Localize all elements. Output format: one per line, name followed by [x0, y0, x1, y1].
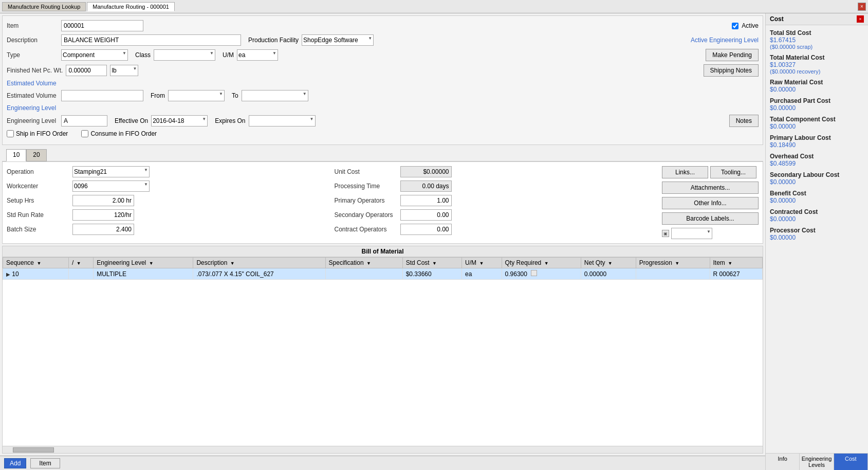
class-select[interactable] — [154, 49, 215, 61]
to-label: To — [232, 92, 238, 99]
cost-item: Purchased Part Cost $0.00000 — [770, 97, 864, 112]
secondary-operators-row: Secondary Operators — [335, 209, 654, 221]
active-checkbox[interactable] — [732, 23, 738, 29]
contract-operators-input[interactable] — [400, 224, 452, 235]
extra-controls-row: ▣ — [662, 228, 759, 239]
setup-hrs-row: Setup Hrs — [7, 195, 326, 206]
cost-item-value: $0.00000 — [770, 86, 864, 93]
estimated-volume-input[interactable] — [61, 90, 143, 101]
from-select[interactable] — [168, 90, 225, 101]
item-button[interactable]: Item — [30, 458, 60, 468]
cost-item: Benefit Cost $0.00000 — [770, 190, 864, 204]
app-title-tab[interactable]: Manufacture Routing Lookup — [2, 2, 86, 11]
description-input[interactable] — [61, 34, 241, 46]
processing-time-label: Processing Time — [335, 183, 396, 190]
cost-tab-engineering-levels[interactable]: Engineering Levels — [800, 454, 834, 470]
col-item[interactable]: Item ▼ — [710, 258, 762, 268]
batch-size-input[interactable] — [72, 224, 134, 235]
cell-qty-required: 0.96300 — [502, 268, 581, 280]
secondary-operators-input[interactable] — [400, 209, 452, 221]
active-engineering-link[interactable]: Active Engineering Level — [691, 37, 759, 44]
cost-close-button[interactable]: × — [857, 15, 864, 23]
cost-item-label: Total Std Cost — [770, 29, 864, 37]
add-button[interactable]: Add — [4, 458, 26, 468]
std-run-rate-row: Std Run Rate — [7, 209, 326, 221]
col-net-qty[interactable]: Net Qty ▼ — [581, 258, 636, 268]
cost-tab-info[interactable]: Info — [766, 454, 800, 470]
type-wrapper: Component — [61, 49, 128, 61]
horiz-scroll-thumb[interactable] — [13, 447, 54, 453]
batch-size-label: Batch Size — [7, 226, 68, 233]
cost-item-sub: ($0.00000 recovery) — [770, 68, 864, 75]
make-pending-button[interactable]: Make Pending — [706, 49, 759, 61]
workcenter-select[interactable]: 0096 — [72, 180, 150, 192]
window-close-button[interactable]: × — [858, 3, 866, 11]
links-tooling-row: Links... Tooling... — [662, 166, 759, 178]
sort-progression: ▼ — [675, 261, 679, 266]
col-description[interactable]: Description ▼ — [193, 258, 325, 268]
description-label: Description — [7, 37, 58, 44]
col-sequence[interactable]: Sequence ▼ — [3, 258, 69, 268]
tab-10[interactable]: 10 — [6, 149, 26, 161]
cell-std-cost: $0.33660 — [402, 268, 461, 280]
engineering-level-input[interactable] — [61, 115, 107, 126]
col-progression[interactable]: Progression ▼ — [636, 258, 710, 268]
sort-net-qty: ▼ — [608, 261, 613, 266]
cost-item: Total Material Cost $1.00327 ($0.00000 r… — [770, 54, 864, 75]
col-slash[interactable]: / ▼ — [69, 258, 94, 268]
ops-mid-col: Unit Cost Processing Time Primary Operat… — [335, 166, 654, 239]
std-run-rate-input[interactable] — [72, 209, 134, 221]
setup-hrs-label: Setup Hrs — [7, 197, 68, 204]
cost-item-label: Contracted Cost — [770, 208, 864, 215]
production-facility-select[interactable]: ShopEdge Software — [302, 34, 374, 46]
attachments-button[interactable]: Attachments... — [662, 182, 759, 194]
barcode-labels-button[interactable]: Barcode Labels... — [662, 212, 759, 225]
tooling-button[interactable]: Tooling... — [710, 166, 756, 178]
cost-item-label: Overhead Cost — [770, 153, 864, 160]
ship-fifo-checkbox[interactable] — [7, 130, 14, 137]
col-eng-level[interactable]: Engineering Level ▼ — [94, 258, 193, 268]
notes-button[interactable]: Notes — [729, 115, 759, 127]
shipping-notes-button[interactable]: Shipping Notes — [704, 64, 759, 77]
operation-select[interactable]: Stamping21 — [72, 166, 150, 177]
setup-hrs-input[interactable] — [72, 195, 134, 206]
operation-wrapper: Stamping21 — [72, 166, 150, 177]
links-button[interactable]: Links... — [662, 166, 708, 178]
finished-net-row: Finished Net Pc. Wt. lb Shipping Notes — [7, 64, 759, 77]
cost-item-value: $0.00000 — [770, 123, 864, 130]
img-icon[interactable]: ▣ — [662, 230, 669, 237]
table-row[interactable]: ▶ 10 MULTIPLE .073/.077 X 4.15" COIL_627… — [3, 268, 763, 280]
sort-qty-required: ▼ — [544, 261, 549, 266]
expires-on-select[interactable] — [249, 115, 316, 126]
type-select[interactable]: Component — [61, 49, 128, 61]
cost-item-value: $0.00000 — [770, 215, 864, 223]
consume-fifo-checkbox[interactable] — [81, 130, 88, 137]
col-qty-required[interactable]: Qty Required ▼ — [502, 258, 581, 268]
finished-net-input[interactable] — [66, 65, 107, 76]
active-row: Active — [732, 22, 759, 29]
cost-item-value: $0.48599 — [770, 160, 864, 167]
secondary-operators-label: Secondary Operators — [335, 211, 396, 219]
col-um[interactable]: U/M ▼ — [462, 258, 502, 268]
horizontal-scrollbar[interactable] — [3, 446, 763, 453]
primary-operators-input[interactable] — [400, 195, 452, 206]
cost-item-value: $1.67415 — [770, 37, 864, 44]
col-specification[interactable]: Specification ▼ — [325, 258, 402, 268]
cell-um: ea — [462, 268, 502, 280]
item-input[interactable] — [61, 20, 143, 31]
bill-of-material-section: Bill of Material Sequence ▼ / — [2, 246, 763, 454]
cost-item-label: Raw Material Cost — [770, 79, 864, 86]
weight-unit-select[interactable]: lb — [110, 65, 138, 76]
routing-tab[interactable]: Manufacture Routing - 000001 — [87, 2, 175, 11]
um-select[interactable]: ea — [237, 49, 278, 61]
cost-item: Secondary Labour Cost $0.00000 — [770, 171, 864, 186]
effective-on-select[interactable]: 2016-04-18 — [151, 115, 208, 126]
cost-tab-cost[interactable]: Cost — [834, 454, 868, 470]
other-info-button[interactable]: Other Info... — [662, 197, 759, 209]
tab-20[interactable]: 20 — [26, 149, 46, 161]
to-select[interactable] — [242, 90, 308, 101]
col-std-cost[interactable]: Std Cost ▼ — [402, 258, 461, 268]
sort-um: ▼ — [479, 261, 484, 266]
extra-select[interactable] — [671, 228, 712, 239]
table-wrapper[interactable]: Sequence ▼ / ▼ Engineering Level ▼ — [3, 257, 763, 446]
